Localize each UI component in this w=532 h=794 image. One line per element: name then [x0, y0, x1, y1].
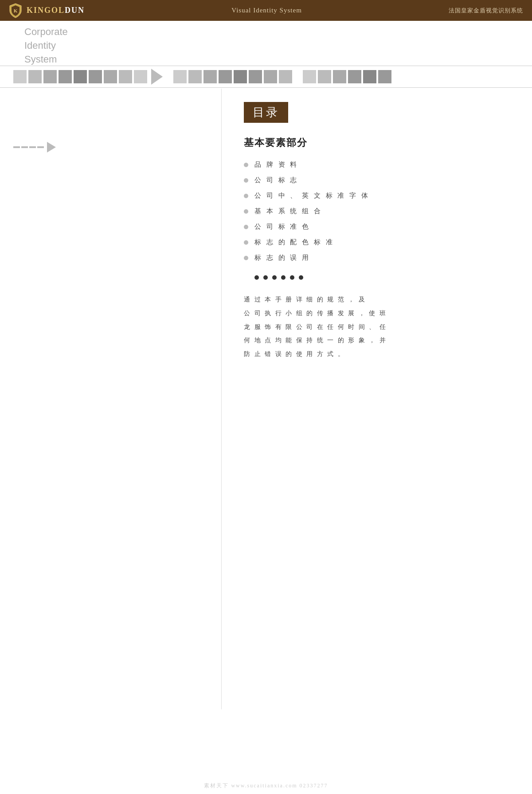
corporate-line3: System [24, 53, 68, 66]
deco-bar-1 [13, 146, 20, 148]
menu-item-label: 标 志 的 误 用 [254, 254, 310, 262]
desc-line-2: 公 司 执 行 小 组 的 传 播 发 展 ， 使 班 [244, 307, 403, 321]
desc-line-3: 龙 服 饰 有 限 公 司 在 任 何 时 间 、 任 [244, 321, 403, 334]
list-item: 品 牌 资 料 [244, 160, 510, 169]
dot-6 [299, 275, 303, 280]
decorative-blocks [13, 69, 391, 85]
header: K KingolDun Visual Identity System 法国皇家金… [0, 0, 532, 21]
deco-block-17 [264, 70, 277, 83]
decorative-heading-bar [0, 66, 532, 88]
svg-text:K: K [14, 8, 18, 13]
deco-block-15 [234, 70, 247, 83]
deco-block-24 [348, 70, 361, 83]
corporate-identity-text: Corporate Identity System [24, 25, 68, 66]
deco-block-21 [303, 70, 316, 83]
deco-bar-4 [37, 146, 44, 148]
menu-item-label: 公 司 标 准 色 [254, 223, 310, 231]
deco-block-3 [43, 70, 57, 83]
dot-1 [254, 275, 259, 280]
desc-line-5: 防 止 错 误 的 使 用 方 式 。 [244, 348, 403, 361]
header-center-text: Visual Identity System [231, 7, 302, 14]
menu-item-label: 公 司 中 、 英 文 标 准 字 体 [254, 192, 370, 200]
left-decorative-arrow [13, 142, 56, 153]
deco-block-1 [13, 70, 27, 83]
bullet-icon [244, 225, 248, 229]
corporate-line1: Corporate [24, 25, 68, 39]
deco-block-18 [279, 70, 292, 83]
bullet-icon [244, 163, 248, 167]
corporate-line2: Identity [24, 39, 68, 53]
menu-list: 品 牌 资 料 公 司 标 志 公 司 中 、 英 文 标 准 字 体 基 本 … [244, 160, 510, 262]
bullet-icon [244, 240, 248, 245]
desc-line-1: 通 过 本 手 册 详 细 的 规 范 ， 及 [244, 293, 403, 307]
menu-item-label: 品 牌 资 料 [254, 160, 298, 169]
deco-block-23 [333, 70, 346, 83]
section-title: 基本要素部分 [244, 136, 510, 149]
list-item: 标 志 的 配 色 标 准 [244, 238, 510, 246]
list-item: 公 司 标 准 色 [244, 223, 510, 231]
deco-block-13 [203, 70, 217, 83]
deco-block-25 [363, 70, 376, 83]
deco-block-4 [59, 70, 72, 83]
dot-4 [281, 275, 286, 280]
deco-block-5 [74, 70, 87, 83]
desc-line-4: 何 地 点 均 能 保 持 统 一 的 形 象 ， 并 [244, 334, 403, 348]
deco-block-9 [134, 70, 147, 83]
menu-item-label: 标 志 的 配 色 标 准 [254, 238, 334, 246]
deco-block-6 [89, 70, 102, 83]
deco-block-2 [28, 70, 42, 83]
list-item: 标 志 的 误 用 [244, 254, 510, 262]
deco-block-22 [318, 70, 331, 83]
watermark: 素材天下 www.sucaitianxia.com 02337277 [204, 782, 328, 790]
dot-5 [290, 275, 294, 280]
deco-arrow-left [47, 142, 56, 153]
deco-block-16 [249, 70, 262, 83]
bullet-icon [244, 194, 248, 198]
dot-3 [272, 275, 277, 280]
menu-item-label: 公 司 标 志 [254, 176, 298, 184]
brand-name: KingolDun [27, 6, 85, 15]
deco-block-12 [188, 70, 202, 83]
dot-2 [263, 275, 268, 280]
description-text: 通 过 本 手 册 详 细 的 规 范 ， 及 公 司 执 行 小 组 的 传 … [244, 293, 403, 361]
main-content: 目录 基本要素部分 品 牌 资 料 公 司 标 志 公 司 中 、 英 文 标 … [0, 89, 532, 709]
deco-block-11 [173, 70, 187, 83]
right-panel: 目录 基本要素部分 品 牌 资 料 公 司 标 志 公 司 中 、 英 文 标 … [222, 89, 532, 709]
deco-block-7 [104, 70, 117, 83]
deco-bar-3 [29, 146, 36, 148]
list-item: 公 司 中 、 英 文 标 准 字 体 [244, 192, 510, 200]
bullet-icon [244, 209, 248, 214]
deco-block-14 [219, 70, 232, 83]
list-item: 基 本 系 统 组 合 [244, 207, 510, 215]
bullet-icon [244, 256, 248, 260]
deco-arrow [151, 69, 163, 85]
menu-item-label: 基 本 系 统 组 合 [254, 207, 322, 215]
shield-icon: K [9, 3, 22, 18]
deco-bar-2 [21, 146, 28, 148]
logo-container: K KingolDun [9, 3, 85, 18]
dots-row [254, 275, 510, 280]
deco-block-8 [119, 70, 132, 83]
header-right-text: 法国皇家金盾视觉识别系统 [449, 7, 523, 15]
left-panel [0, 89, 222, 709]
deco-block-26 [378, 70, 391, 83]
mu-lu-badge: 目录 [244, 102, 288, 123]
list-item: 公 司 标 志 [244, 176, 510, 184]
bullet-icon [244, 178, 248, 183]
